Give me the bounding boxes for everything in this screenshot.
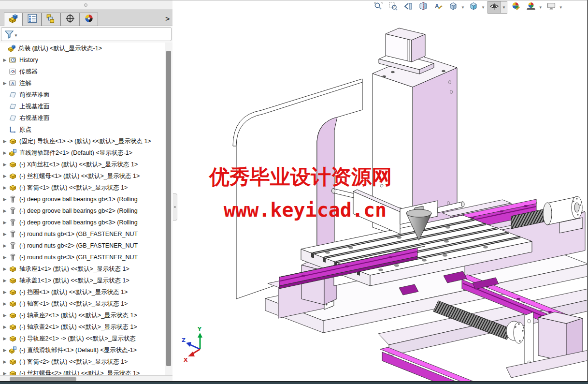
- apply-scene-dropdown-caret-icon[interactable]: ▼: [539, 5, 543, 10]
- tree-item[interactable]: ▶(-) 套筒<2> (默认) <<默认>_显示状态 1>: [0, 356, 165, 368]
- expand-arrow-icon[interactable]: ▶: [1, 228, 9, 240]
- tree-item[interactable]: ▶History: [0, 54, 165, 66]
- panel-splitter-grip[interactable]: [173, 193, 177, 221]
- tree-item[interactable]: 传感器: [0, 66, 165, 77]
- expand-arrow-icon[interactable]: ▶: [1, 240, 9, 251]
- expand-arrow-icon[interactable]: ▶: [1, 193, 9, 205]
- tree-filter-input[interactable]: ▼: [1, 27, 172, 41]
- view-orientation-dropdown-caret-icon[interactable]: ▼: [461, 5, 465, 10]
- linear-rail-y-front[interactable]: [380, 347, 487, 381]
- hscroll-thumb[interactable]: [10, 377, 76, 381]
- tree-item[interactable]: ▶(-) round nuts gb<3> (GB_FASTENER_NUT: [0, 251, 165, 263]
- tab-configurationmanager[interactable]: [42, 13, 60, 26]
- tree-item[interactable]: ▶(-) round nuts gb<1> (GB_FASTENER_NUT: [0, 228, 165, 240]
- watermark-line1: 优秀毕业设计资源网: [208, 165, 392, 189]
- expand-arrow-icon[interactable]: ▶: [1, 54, 9, 66]
- dimxpertmanager-icon: [65, 14, 75, 25]
- tree-item[interactable]: 前视基准面: [0, 89, 165, 101]
- graphics-viewport[interactable]: 优秀毕业设计资源网 www.keyicad.cn Y Z X A▼▼▼▼▼: [173, 0, 588, 381]
- zoom-to-fit-button[interactable]: [372, 1, 385, 13]
- expand-arrow-icon[interactable]: ▶: [1, 310, 9, 321]
- expand-arrow-icon[interactable]: ▶: [1, 251, 9, 263]
- expand-arrow-icon[interactable]: ▶: [1, 356, 9, 368]
- tree-item[interactable]: ▶(-) round nuts gb<2> (GB_FASTENER_NUT: [0, 240, 165, 251]
- zoom-to-area-button[interactable]: [387, 1, 400, 13]
- tree-item[interactable]: ▶(-) 轴承盖2<1> (默认) <<默认>_显示状态 1>: [0, 321, 165, 333]
- filter-dropdown-caret-icon[interactable]: ▼: [14, 33, 18, 38]
- tree-item[interactable]: ▶(-) X向丝杠<1> (默认) <<默认>_显示状态 1>: [0, 159, 165, 170]
- tab-dimxpertmanager[interactable]: [60, 13, 79, 26]
- tree-item[interactable]: ▶(-) deep groove ball bearings gb<2> (Ro…: [0, 205, 165, 217]
- expand-arrow-icon[interactable]: ▶: [1, 170, 9, 182]
- tree-item[interactable]: ▶(-) 套筒<1> (默认) <<默认>_显示状态 1>: [0, 182, 165, 193]
- tree-vertical-scrollbar[interactable]: [165, 43, 172, 375]
- tree-item[interactable]: 右视基准面: [0, 112, 165, 124]
- previous-view-button[interactable]: [402, 1, 415, 13]
- expand-arrow-icon[interactable]: ▶: [1, 368, 9, 375]
- annotation-views-button[interactable]: A: [432, 1, 445, 13]
- edit-appearance-button[interactable]: [510, 1, 522, 13]
- panel-drag-handle[interactable]: [84, 3, 87, 7]
- expand-arrow-icon[interactable]: ▶: [1, 205, 9, 217]
- display-style-dropdown-caret-icon[interactable]: ▼: [481, 5, 485, 10]
- hide-show-items-dropdown-caret-icon[interactable]: ▼: [501, 1, 507, 13]
- vscroll-thumb[interactable]: [166, 51, 171, 366]
- tree-item[interactable]: ▶轴承盖1<1> (默认) <<默认>_显示状态 1>: [0, 275, 165, 286]
- expand-arrow-icon[interactable]: ▶: [1, 333, 9, 344]
- viewport-canvas[interactable]: 优秀毕业设计资源网 www.keyicad.cn Y Z X: [173, 0, 588, 381]
- tree-item[interactable]: 总装 (默认) <默认_显示状态-1>: [0, 43, 165, 54]
- part-icon: [9, 288, 17, 296]
- tree-item[interactable]: ▶(-) deep groove ball bearings gb<3> (Ro…: [0, 217, 165, 228]
- tree-item[interactable]: ▶(固定) 导轨座<1> -> (默认) <<默认>_显示状态 1>: [0, 135, 165, 147]
- expand-arrow-icon[interactable]: ▶: [1, 182, 9, 193]
- expand-arrow-icon[interactable]: ▶: [1, 298, 9, 310]
- tab-featuremanager[interactable]: [4, 13, 23, 26]
- tree-item[interactable]: ▶(-) 轴套<1> (默认) <<默认>_显示状态 1>: [0, 298, 165, 310]
- bolt-icon: [9, 230, 17, 238]
- tree-item[interactable]: ▶(-) 丝杠螺母<1> (默认) <<默认>_显示状态 1>: [0, 170, 165, 182]
- bolt-icon: [9, 253, 17, 261]
- tab-overflow-chevron-icon[interactable]: >: [165, 15, 170, 23]
- tree-item[interactable]: ▶直线滑轨部件2<1> (Default) <显示状态-1>: [0, 147, 165, 159]
- view-orientation-button[interactable]: [447, 1, 459, 13]
- hide-show-items-button[interactable]: [488, 1, 501, 13]
- display-style-button[interactable]: [467, 1, 480, 13]
- tree-item-label: (固定) 导轨座<1> -> (默认) <<默认>_显示状态 1>: [19, 135, 151, 147]
- expand-arrow-icon[interactable]: ▶: [1, 275, 9, 286]
- tab-displaymanager[interactable]: [79, 13, 98, 26]
- expand-arrow-icon[interactable]: ▶: [1, 159, 9, 170]
- expand-arrow-icon[interactable]: ▶: [1, 77, 9, 89]
- apply-scene-button[interactable]: [525, 1, 537, 13]
- expand-arrow-icon[interactable]: ▶: [1, 321, 9, 333]
- expand-arrow-icon[interactable]: ▶: [1, 217, 9, 228]
- tree-item-label: 传感器: [19, 66, 38, 77]
- tree-item[interactable]: ▶A注解: [0, 77, 165, 89]
- view-settings-button[interactable]: [545, 1, 558, 13]
- part-icon: [9, 311, 17, 319]
- part-icon: [9, 335, 17, 342]
- expand-arrow-icon[interactable]: ▶: [1, 263, 9, 275]
- expand-arrow-icon[interactable]: ▶: [1, 135, 9, 147]
- expand-arrow-icon[interactable]: ▶: [1, 286, 9, 298]
- coupling-y[interactable]: [506, 321, 524, 343]
- tree-item-label: 轴承座1<1> (默认) <<默认>_显示状态 1>: [19, 263, 129, 275]
- view-settings-dropdown-caret-icon[interactable]: ▼: [559, 5, 563, 10]
- tree-item[interactable]: ▶(-) 导轨座2<1> -> (默认) <<默认>_显示状态: [0, 333, 165, 344]
- tree-item[interactable]: ▶(-) 轴承座2<1> (默认) <<默认>_显示状态 1>: [0, 310, 165, 321]
- tree-item[interactable]: ▶(-) 直线滑轨部件<1> (Default) <显示状态-1>: [0, 344, 165, 356]
- tree-item[interactable]: 原点: [0, 124, 165, 135]
- section-view-icon: [418, 1, 428, 13]
- tree-item[interactable]: ▶(-) deep groove ball bearings gb<1> (Ro…: [0, 193, 165, 205]
- origin-icon: [9, 126, 17, 133]
- displaymanager-icon: [84, 14, 94, 25]
- tree-item[interactable]: ▶(-) 丝杠螺母<2> (默认) <<默认>_显示状态 1>: [0, 368, 165, 375]
- part-icon: [9, 172, 17, 180]
- tab-propertymanager[interactable]: [23, 13, 42, 26]
- expand-arrow-icon[interactable]: ▶: [1, 147, 9, 159]
- motor-bracket-y[interactable]: [525, 312, 533, 370]
- expand-arrow-icon[interactable]: ▶: [1, 344, 9, 356]
- section-view-button[interactable]: [417, 1, 430, 13]
- tree-item[interactable]: ▶轴承座1<1> (默认) <<默认>_显示状态 1>: [0, 263, 165, 275]
- tree-item[interactable]: ▶(-) 挡圈<1> (默认) <<默认>_显示状态 1>: [0, 286, 165, 298]
- tree-item[interactable]: 上视基准面: [0, 101, 165, 112]
